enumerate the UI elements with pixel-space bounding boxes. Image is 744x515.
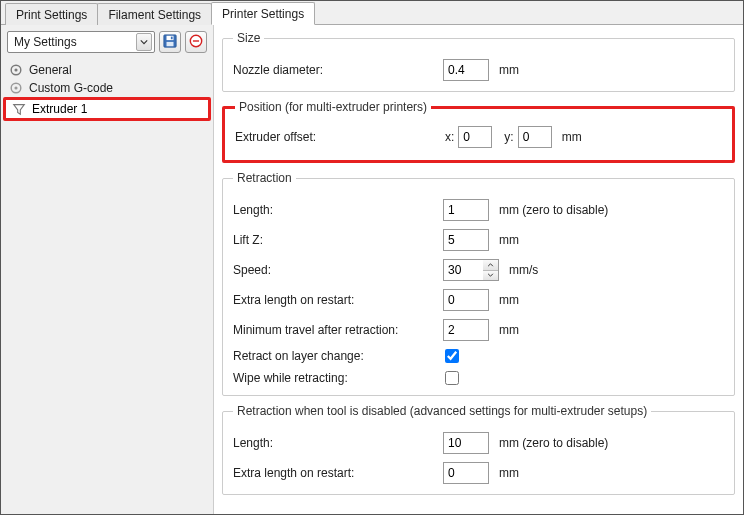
group-retraction-disabled: Retraction when tool is disabled (advanc… xyxy=(222,404,735,495)
min-travel-unit: mm xyxy=(499,323,519,337)
svg-rect-5 xyxy=(193,40,199,41)
liftz-unit: mm xyxy=(499,233,519,247)
row-speed: Speed: mm/s xyxy=(233,259,724,281)
preset-selected-label: My Settings xyxy=(14,35,77,49)
row-extra-restart: Extra length on restart: mm xyxy=(233,289,724,311)
group-size: Size Nozzle diameter: mm xyxy=(222,31,735,92)
row-min-travel: Minimum travel after retraction: mm xyxy=(233,319,724,341)
preset-dropdown[interactable]: My Settings xyxy=(7,31,155,53)
chevron-up-icon xyxy=(487,263,494,267)
row-nozzle-diameter: Nozzle diameter: mm xyxy=(233,59,724,81)
nozzle-diameter-unit: mm xyxy=(499,63,519,77)
gear-icon xyxy=(9,81,23,95)
disabled-extra-restart-input[interactable] xyxy=(443,462,489,484)
min-travel-input[interactable] xyxy=(443,319,489,341)
offset-y-input[interactable] xyxy=(518,126,552,148)
speed-spinner xyxy=(443,259,499,281)
tab-print-settings[interactable]: Print Settings xyxy=(5,3,98,25)
group-retraction: Retraction Length: mm (zero to disable) … xyxy=(222,171,735,396)
sidebar-item-label: Custom G-code xyxy=(29,81,113,95)
body: My Settings xyxy=(1,25,743,514)
sidebar-item-custom-gcode[interactable]: Custom G-code xyxy=(1,79,213,97)
retract-layerchange-checkbox[interactable] xyxy=(445,349,459,363)
spinner-down-button[interactable] xyxy=(483,271,498,281)
row-disabled-length: Length: mm (zero to disable) xyxy=(233,432,724,454)
chevron-down-icon xyxy=(487,273,494,277)
speed-label: Speed: xyxy=(233,263,443,277)
min-travel-label: Minimum travel after retraction: xyxy=(233,323,443,337)
preset-row: My Settings xyxy=(1,25,213,59)
group-position: Position (for multi-extruder printers) E… xyxy=(222,100,735,163)
nav: General Custom G-code Extruder 1 xyxy=(1,59,213,123)
extra-restart-label: Extra length on restart: xyxy=(233,293,443,307)
disabled-length-input[interactable] xyxy=(443,432,489,454)
row-disabled-extra-restart: Extra length on restart: mm xyxy=(233,462,724,484)
liftz-label: Lift Z: xyxy=(233,233,443,247)
offset-x-input[interactable] xyxy=(458,126,492,148)
row-retract-layerchange: Retract on layer change: xyxy=(233,349,724,363)
row-wipe: Wipe while retracting: xyxy=(233,371,724,385)
liftz-input[interactable] xyxy=(443,229,489,251)
group-legend: Retraction xyxy=(233,171,296,185)
length-input[interactable] xyxy=(443,199,489,221)
tabs-bar: Print Settings Filament Settings Printer… xyxy=(1,1,743,25)
funnel-icon xyxy=(12,102,26,116)
svg-point-7 xyxy=(14,68,17,71)
svg-point-9 xyxy=(14,86,17,89)
group-legend: Size xyxy=(233,31,264,45)
sidebar-item-extruder-1[interactable]: Extruder 1 xyxy=(3,97,211,121)
save-preset-button[interactable] xyxy=(159,31,181,53)
sidebar-item-general[interactable]: General xyxy=(1,61,213,79)
extra-restart-input[interactable] xyxy=(443,289,489,311)
disabled-extra-restart-unit: mm xyxy=(499,466,519,480)
chevron-down-icon xyxy=(136,33,152,51)
speed-unit: mm/s xyxy=(509,263,538,277)
offset-y-label: y: xyxy=(504,130,513,144)
app-window: Print Settings Filament Settings Printer… xyxy=(0,0,744,515)
disabled-length-unit: mm (zero to disable) xyxy=(499,436,608,450)
offset-x-label: x: xyxy=(445,130,454,144)
row-extruder-offset: Extruder offset: x: y: mm xyxy=(235,126,722,148)
row-liftz: Lift Z: mm xyxy=(233,229,724,251)
group-legend: Position (for multi-extruder printers) xyxy=(235,100,431,114)
main-panel: Size Nozzle diameter: mm Position (for m… xyxy=(214,25,743,514)
spinner-buttons xyxy=(483,259,499,281)
group-legend: Retraction when tool is disabled (advanc… xyxy=(233,404,651,418)
tab-filament-settings[interactable]: Filament Settings xyxy=(97,3,212,25)
length-label: Length: xyxy=(233,203,443,217)
extra-restart-unit: mm xyxy=(499,293,519,307)
retract-layerchange-label: Retract on layer change: xyxy=(233,349,443,363)
delete-preset-button[interactable] xyxy=(185,31,207,53)
disabled-extra-restart-label: Extra length on restart: xyxy=(233,466,443,480)
speed-input[interactable] xyxy=(443,259,483,281)
svg-rect-2 xyxy=(167,41,174,45)
nozzle-diameter-input[interactable] xyxy=(443,59,489,81)
extruder-offset-label: Extruder offset: xyxy=(235,130,445,144)
nozzle-diameter-label: Nozzle diameter: xyxy=(233,63,443,77)
floppy-disk-icon xyxy=(163,34,177,51)
sidebar: My Settings xyxy=(1,25,214,514)
length-unit: mm (zero to disable) xyxy=(499,203,608,217)
sidebar-item-label: General xyxy=(29,63,72,77)
row-length: Length: mm (zero to disable) xyxy=(233,199,724,221)
disabled-length-label: Length: xyxy=(233,436,443,450)
gear-icon xyxy=(9,63,23,77)
tab-printer-settings[interactable]: Printer Settings xyxy=(211,2,315,25)
offset-unit: mm xyxy=(562,130,582,144)
svg-rect-3 xyxy=(171,36,173,39)
sidebar-item-label: Extruder 1 xyxy=(32,102,87,116)
wipe-label: Wipe while retracting: xyxy=(233,371,443,385)
wipe-checkbox[interactable] xyxy=(445,371,459,385)
minus-circle-icon xyxy=(189,34,203,51)
spinner-up-button[interactable] xyxy=(483,260,498,271)
